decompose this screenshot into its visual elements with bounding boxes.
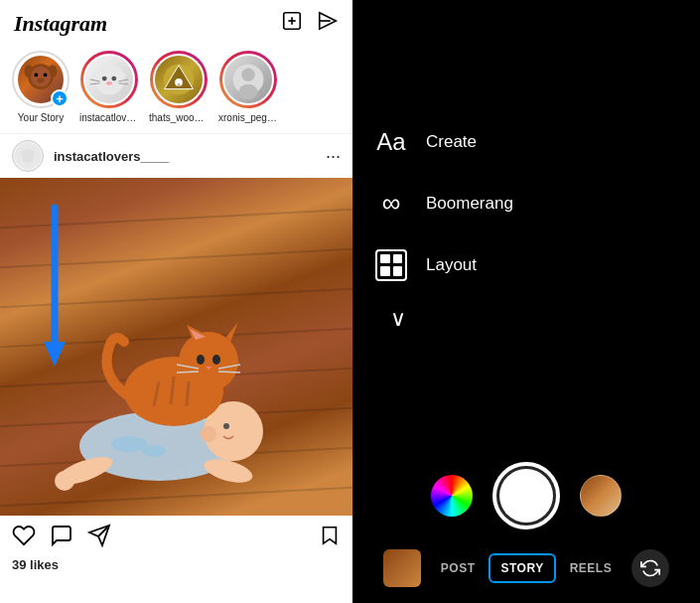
svg-text:✕: ✕	[177, 82, 181, 87]
svg-point-38	[55, 471, 74, 491]
messages-icon[interactable]	[317, 10, 339, 37]
filter-preview-button[interactable]	[580, 475, 622, 517]
camera-bottom-controls: POST STORY REELS	[352, 452, 700, 603]
layout-menu-item[interactable]: Layout	[372, 234, 700, 296]
story-avatar-wrap-wood: ✕	[150, 51, 208, 108]
story-label-xronis: xronis_pegk_...	[218, 112, 278, 123]
shutter-inner	[499, 469, 553, 523]
svg-point-16	[111, 76, 116, 81]
svg-point-15	[102, 76, 107, 81]
svg-marker-56	[44, 342, 66, 367]
new-post-icon[interactable]	[281, 10, 303, 37]
svg-marker-59	[324, 528, 337, 544]
svg-line-54	[187, 381, 189, 406]
post-header: instacatlovers____ ···	[0, 133, 352, 178]
create-icon: Aa	[372, 123, 410, 161]
aa-text-icon: Aa	[376, 128, 405, 156]
bookmark-button[interactable]	[319, 525, 341, 552]
post-actions	[0, 516, 352, 557]
stories-row: + Your Story	[0, 45, 352, 133]
story-avatar-cat	[83, 54, 135, 105]
shutter-button[interactable]	[492, 462, 560, 529]
likes-count: 39 likes	[0, 557, 352, 572]
svg-point-9	[35, 74, 39, 77]
like-button[interactable]	[12, 524, 36, 553]
svg-line-51	[218, 372, 240, 373]
story-avatar-wood: ✕	[153, 54, 205, 105]
tab-post[interactable]: POST	[431, 555, 486, 581]
comment-button[interactable]	[50, 524, 73, 553]
story-ring-xronis	[219, 51, 277, 108]
svg-line-49	[177, 372, 199, 373]
boomerang-label: Boomerang	[426, 194, 513, 214]
svg-point-27	[241, 68, 254, 80]
story-item-thats-wood[interactable]: ✕ thats_wood_...	[149, 51, 209, 123]
svg-point-28	[238, 84, 257, 99]
story-label-cat: instacatlovers...	[79, 112, 139, 123]
svg-point-36	[223, 423, 229, 429]
layout-grid-icon	[375, 249, 407, 281]
story-avatar-xronis	[222, 54, 274, 105]
mode-tabs: POST STORY REELS	[352, 543, 700, 593]
share-button[interactable]	[87, 524, 111, 553]
post-more-button[interactable]: ···	[326, 146, 341, 167]
post-avatar	[12, 140, 44, 172]
your-story-label: Your Story	[18, 112, 64, 123]
svg-marker-30	[21, 149, 35, 163]
boomerang-menu-item[interactable]: ∞ Boomerang	[372, 173, 700, 234]
camera-menu: Aa Create ∞ Boomerang Layout ∨	[352, 0, 700, 452]
infinity-icon: ∞	[382, 188, 401, 219]
post-image	[0, 178, 352, 516]
svg-point-35	[201, 426, 216, 442]
post-username[interactable]: instacatlovers____	[54, 149, 326, 164]
story-avatar-wrap	[80, 51, 138, 108]
svg-point-8	[31, 67, 51, 86]
your-story-avatar-wrap: +	[12, 51, 70, 108]
shutter-row	[352, 452, 700, 543]
story-ring-cat	[80, 51, 138, 108]
svg-point-12	[94, 65, 125, 95]
story-item-your[interactable]: + Your Story	[12, 51, 70, 123]
header-icons	[281, 10, 339, 37]
svg-point-33	[142, 445, 166, 457]
story-avatar-wrap-xronis	[219, 51, 277, 108]
svg-marker-43	[226, 322, 238, 342]
app-logo: Instagram	[14, 11, 107, 37]
svg-point-10	[44, 74, 48, 77]
svg-point-32	[111, 436, 147, 452]
tab-reels[interactable]: REELS	[560, 555, 623, 581]
add-story-badge: +	[51, 89, 69, 107]
camera-panel: Aa Create ∞ Boomerang Layout ∨	[352, 0, 700, 603]
post-scene	[0, 178, 352, 516]
svg-point-46	[212, 355, 220, 365]
layout-label: Layout	[426, 255, 477, 275]
create-menu-item[interactable]: Aa Create	[372, 111, 700, 173]
tab-story[interactable]: STORY	[489, 553, 555, 583]
svg-point-17	[106, 81, 112, 85]
layout-icon-wrap	[372, 246, 410, 284]
story-label-wood: thats_wood_...	[149, 112, 209, 123]
story-ring-wood: ✕	[150, 51, 208, 108]
chevron-down-icon[interactable]: ∨	[372, 296, 700, 342]
svg-point-11	[37, 78, 44, 83]
flip-camera-icon[interactable]	[631, 549, 669, 587]
boomerang-icon: ∞	[372, 185, 410, 223]
story-item-instacatlovers[interactable]: instacatlovers...	[79, 51, 139, 123]
instagram-feed: Instagram	[0, 0, 352, 603]
gallery-thumbnail[interactable]	[383, 549, 421, 587]
svg-point-45	[197, 355, 205, 365]
app-header: Instagram	[0, 0, 352, 45]
create-label: Create	[426, 132, 477, 152]
color-wheel-button[interactable]	[431, 475, 473, 517]
story-item-xronis[interactable]: xronis_pegk_...	[218, 51, 278, 123]
